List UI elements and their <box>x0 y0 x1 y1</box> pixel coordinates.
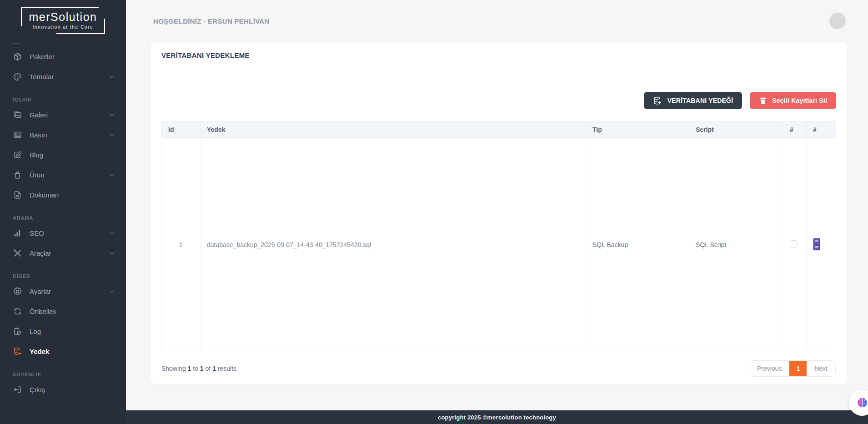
cell-id: 1 <box>162 138 201 352</box>
summary-text: results <box>218 365 236 372</box>
column-header-action: # <box>807 122 836 138</box>
summary-from: 1 <box>188 365 191 372</box>
sidebar-section-diger: DİĞER <box>0 263 126 282</box>
gallery-icon <box>13 110 22 120</box>
sidebar-item-label: Doküman <box>30 191 59 199</box>
file-icon <box>13 190 22 200</box>
sidebar-item-galeri[interactable]: Galeri <box>0 105 126 125</box>
delete-selected-button-label: Seçili Kayıtları Sil <box>772 97 827 104</box>
database-backup-button[interactable]: VERİTABANI YEDEĞİ <box>644 92 742 109</box>
sidebar-item-log[interactable]: Log <box>0 322 126 342</box>
sidebar-item-label: Ayarlar <box>30 288 51 295</box>
cell-backup-file: database_backup_2025-09-07_14-43-40_1757… <box>201 138 586 352</box>
refresh-icon <box>13 307 22 316</box>
sidebar-item-araclar[interactable]: Araçlar <box>0 243 126 263</box>
clipboard-clock-icon <box>13 327 22 336</box>
column-header-yedek: Yedek <box>201 122 586 138</box>
table-header: Id Yedek Tip Script # # <box>162 122 836 138</box>
column-header-script: Script <box>689 122 783 138</box>
card-body: VERİTABANI YEDEĞİ Seçili Kayıtları Sil <box>151 69 847 377</box>
brand-logo: merSolution Innovation at the Core <box>0 0 126 37</box>
sidebar-item-label: Paketler <box>30 53 55 61</box>
chevron-down-icon <box>109 288 115 295</box>
sidebar-section-arama: ARAMA <box>0 205 126 223</box>
edit-icon <box>13 150 22 160</box>
sidebar-item-ayarlar[interactable]: Ayarlar <box>0 282 126 302</box>
results-summary: Showing 1 to 1 of 1 results <box>161 365 236 372</box>
column-header-id: Id <box>162 122 201 138</box>
row-checkbox[interactable] <box>790 240 798 248</box>
sidebar-nav: Paketler Temalar İÇERİK Galeri Basın B <box>0 47 126 400</box>
summary-total: 1 <box>212 365 216 372</box>
sidebar-item-urun[interactable]: Ürün <box>0 165 126 185</box>
summary-text: to <box>193 365 198 372</box>
summary-text: Showing <box>161 365 186 372</box>
pagination: Previous 1 Next <box>749 360 836 377</box>
trash-icon <box>759 96 767 105</box>
sidebar: merSolution Innovation at the Core Paket… <box>0 0 126 424</box>
chevron-down-icon <box>109 172 115 178</box>
main-area: HOŞGELDİNİZ - ERSUN PEHLİVAN VERİTABANI … <box>126 0 868 424</box>
cell-script: SQL Script <box>689 138 783 352</box>
database-backup-button-label: VERİTABANI YEDEĞİ <box>667 97 733 104</box>
pagination-previous-button[interactable]: Previous <box>749 361 789 376</box>
cell-tip: SQL Backup <box>586 138 689 352</box>
chevron-down-icon <box>109 132 115 138</box>
sidebar-item-temalar[interactable]: Temalar <box>0 67 126 87</box>
sidebar-item-label: Temalar <box>30 73 54 81</box>
sidebar-section-guvenlik: GÜVENLİK <box>0 362 126 380</box>
sidebar-item-label: Önbellek <box>30 308 56 315</box>
column-header-select: # <box>783 122 807 138</box>
database-upload-icon <box>653 96 662 106</box>
chevron-down-icon <box>109 250 115 257</box>
chart-bars-icon <box>13 228 22 238</box>
backup-card: VERİTABANI YEDEKLEME VERİTABANI YEDEĞİ S… <box>151 42 847 384</box>
brain-icon <box>856 397 868 409</box>
shopping-bag-icon <box>13 170 22 180</box>
sidebar-item-label: Log <box>30 328 41 335</box>
chevron-down-icon <box>109 230 115 237</box>
sidebar-item-label: Çıkış <box>30 386 45 394</box>
table-footer: Showing 1 to 1 of 1 results Previous 1 <box>161 360 836 377</box>
sidebar-item-yedek[interactable]: Yedek <box>0 342 126 362</box>
cell-action <box>807 138 836 352</box>
sidebar-item-blog[interactable]: Blog <box>0 145 126 165</box>
download-backup-button[interactable] <box>813 238 820 251</box>
chevron-down-icon <box>109 112 115 118</box>
column-header-tip: Tip <box>586 122 689 138</box>
sidebar-item-cikis[interactable]: Çıkış <box>0 380 126 400</box>
pagination-next-button[interactable]: Next <box>807 361 835 376</box>
sidebar-item-label: Ürün <box>30 171 45 179</box>
sidebar-divider <box>13 43 19 44</box>
copyright-text: copyright 2025 ©mersolution technology <box>438 414 556 421</box>
sidebar-item-label: Yedek <box>30 348 49 355</box>
sidebar-item-label: Galeri <box>30 111 48 119</box>
backup-table-wrap: Id Yedek Tip Script # # 1 <box>161 121 836 377</box>
sidebar-item-label: Basın <box>30 131 47 139</box>
package-icon <box>13 52 22 61</box>
sidebar-item-basin[interactable]: Basın <box>0 125 126 145</box>
pagination-page-1[interactable]: 1 <box>789 361 807 376</box>
profile-avatar-button[interactable] <box>829 13 846 29</box>
cell-select <box>783 138 807 352</box>
delete-selected-button[interactable]: Seçili Kayıtları Sil <box>750 92 836 109</box>
sidebar-item-label: Blog <box>30 151 43 159</box>
summary-to: 1 <box>200 365 204 372</box>
sidebar-item-dokuman[interactable]: Doküman <box>0 185 126 205</box>
file-cabinet-icon <box>813 238 820 251</box>
database-icon <box>13 347 22 356</box>
sidebar-item-onbellek[interactable]: Önbellek <box>0 302 126 322</box>
topbar: HOŞGELDİNİZ - ERSUN PEHLİVAN <box>126 0 868 42</box>
sidebar-item-label: Araçlar <box>30 249 51 257</box>
news-icon <box>13 130 22 140</box>
logout-icon <box>13 385 22 394</box>
page-footer: copyright 2025 ©mersolution technology <box>126 410 868 424</box>
page-title: VERİTABANI YEDEKLEME <box>161 51 836 59</box>
content: VERİTABANI YEDEKLEME VERİTABANI YEDEĞİ S… <box>126 42 868 410</box>
sidebar-item-seo[interactable]: SEO <box>0 223 126 243</box>
sidebar-section-icerik: İÇERİK <box>0 87 126 105</box>
sidebar-item-paketler[interactable]: Paketler <box>0 47 126 67</box>
backup-table: Id Yedek Tip Script # # 1 <box>161 121 836 352</box>
welcome-text: HOŞGELDİNİZ - ERSUN PEHLİVAN <box>153 17 270 25</box>
chevron-down-icon <box>109 74 115 80</box>
